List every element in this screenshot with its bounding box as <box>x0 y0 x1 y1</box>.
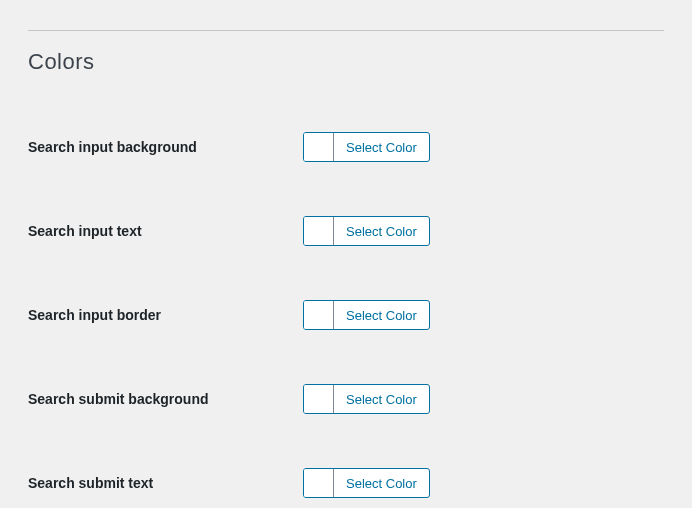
row-search-input-border: Search input border Select Color <box>0 273 692 357</box>
color-swatch-icon <box>304 133 334 161</box>
color-swatch-icon <box>304 217 334 245</box>
row-search-input-text: Search input text Select Color <box>0 189 692 273</box>
colors-settings-table: Search input background Select Color Sea… <box>0 105 692 508</box>
label-search-input-background: Search input background <box>28 139 303 155</box>
color-picker-search-input-border[interactable]: Select Color <box>303 300 430 330</box>
color-button-label: Select Color <box>334 308 429 323</box>
color-swatch-icon <box>304 469 334 497</box>
color-button-label: Select Color <box>334 224 429 239</box>
label-search-input-border: Search input border <box>28 307 303 323</box>
color-button-label: Select Color <box>334 140 429 155</box>
color-swatch-icon <box>304 301 334 329</box>
label-search-input-text: Search input text <box>28 223 303 239</box>
color-picker-search-submit-text[interactable]: Select Color <box>303 468 430 498</box>
row-search-submit-text: Search submit text Select Color <box>0 441 692 508</box>
color-swatch-icon <box>304 385 334 413</box>
color-picker-search-input-text[interactable]: Select Color <box>303 216 430 246</box>
section-divider <box>28 30 664 31</box>
color-button-label: Select Color <box>334 476 429 491</box>
color-picker-search-submit-background[interactable]: Select Color <box>303 384 430 414</box>
color-button-label: Select Color <box>334 392 429 407</box>
label-search-submit-background: Search submit background <box>28 391 303 407</box>
row-search-submit-background: Search submit background Select Color <box>0 357 692 441</box>
label-search-submit-text: Search submit text <box>28 475 303 491</box>
row-search-input-background: Search input background Select Color <box>0 105 692 189</box>
color-picker-search-input-background[interactable]: Select Color <box>303 132 430 162</box>
section-title: Colors <box>28 49 664 75</box>
